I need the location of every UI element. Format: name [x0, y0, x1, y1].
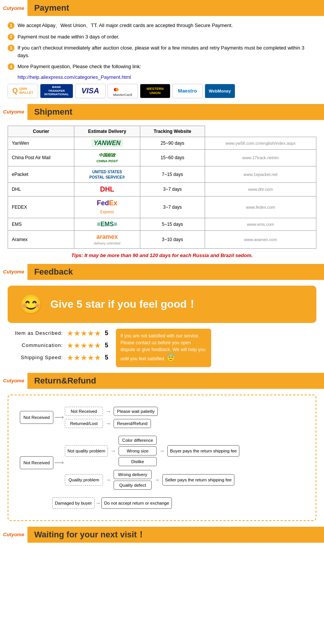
payment-methods: Q QIWIWALLET BANKTRANSFERINTERNATIONAL V…	[8, 84, 316, 98]
dhl-logo: DHL	[100, 185, 114, 193]
flow-dislike: Dislike	[119, 457, 157, 466]
maestro-label: Maestro	[178, 88, 197, 94]
courier-name-fedex: FEDEX	[8, 196, 74, 218]
courier-delivery-yanwen: 25~90 days	[140, 137, 205, 149]
flow-group-1: Not Received ⟶ Not Received → Please wai…	[20, 407, 304, 428]
courier-name-dhl: DHL	[8, 182, 74, 196]
feedback-section: Cutyome Feedback 😊 Give 5 star if you fe…	[0, 264, 324, 373]
courier-delivery-epacket: 7~15 days	[140, 166, 205, 182]
flow-not-quality-label: Not quality problem	[65, 445, 108, 457]
arrow-nq-result: →	[159, 448, 165, 454]
qiwi-icon: Q	[12, 87, 18, 95]
flow-resend-refund: Resend/Refund	[114, 419, 151, 428]
payment-mastercard: ●● MasterCard	[107, 84, 138, 98]
refund-title: Return&Refund	[29, 376, 96, 386]
payment-link[interactable]: http://help.aliexpress.com/categories_Pa…	[18, 74, 316, 80]
arrow-1: ⟶	[54, 413, 64, 422]
courier-name-epacket: ePacket	[8, 166, 74, 182]
courier-logo-ems: ≡EMS≡	[74, 218, 140, 230]
courier-tracking-aramex: www.aramex.com	[205, 230, 316, 248]
payment-point-1: 1 We accept Alipay、West Union、TT. All ma…	[8, 22, 316, 29]
shipment-tips: Tips: It may be more than 90 and 120 day…	[8, 252, 316, 258]
arrow-2: ⟶	[54, 459, 64, 467]
courier-name-aramex: Aramex	[8, 230, 74, 248]
waiting-section: Cutyome Waiting for your next visit！	[0, 527, 324, 554]
arrow-q: →	[106, 477, 111, 483]
flow-group-3: Damaged by buyer → Do not accept return …	[58, 497, 304, 509]
rating-stars-1: ★★★★★	[67, 329, 101, 338]
rating-label-3: Shipping Speed:	[8, 355, 63, 360]
feedback-content: 😊 Give 5 star if you feel good！ Item as …	[0, 280, 324, 373]
courier-tracking-chinapost: www.17track.net/en	[205, 149, 316, 166]
mastercard-label: ●● MasterCard	[113, 85, 132, 97]
payment-section: Cutyome Payment 1 We accept Alipay、West …	[0, 0, 324, 104]
courier-logo-fedex: FedExExpress	[74, 196, 140, 218]
courier-logo-chinapost: 中国邮政CHINA POST	[74, 149, 140, 166]
courier-delivery-chinapost: 15~60 days	[140, 149, 205, 166]
payment-header: Cutyome Payment	[0, 0, 324, 16]
rating-row-1: Item as Described: ★★★★★ 5	[8, 329, 108, 338]
arrow-nq: →	[111, 448, 116, 454]
flow-branch-1: Not Received → Please wait patietly Retu…	[65, 407, 158, 428]
flow-color-diff: Color difference	[119, 436, 157, 445]
feedback-title: Feedback	[29, 267, 73, 277]
western-union-label: WESTERNUNION	[146, 87, 164, 95]
waiting-title: Waiting for your next visit！	[29, 529, 145, 540]
flow-seller-pays: Seller pays the return shipping fee	[162, 474, 234, 486]
shipment-content: Courier Estimate Delivery Tracking Websi…	[0, 120, 324, 264]
point-num-3: 3	[8, 45, 14, 51]
flow-quality-defect: Quality defect	[114, 481, 152, 490]
arrow-branch-1-bot: →	[106, 420, 111, 427]
flow-wrong-size: Wrong size	[119, 446, 157, 455]
flow-returned-lost-label: Returned/Lost	[65, 419, 103, 428]
courier-delivery-fedex: 3~7 days	[140, 196, 205, 218]
courier-delivery-aramex: 3~10 days	[140, 230, 205, 248]
shipment-table: Courier Estimate Delivery Tracking Websi…	[8, 126, 316, 249]
col-tracking: Tracking Website	[140, 126, 205, 137]
shipment-header: Cutyome Shipment	[0, 104, 324, 120]
waiting-content	[0, 543, 324, 554]
brand-tag-refund: Cutyome	[0, 373, 29, 389]
rating-label-2: Communication:	[8, 342, 63, 348]
flow-no-return: Do not accept return or exchange	[101, 497, 172, 509]
payment-text-1: We accept Alipay、West Union、TT. All majo…	[18, 22, 233, 29]
flow-quality-label: Quality problem	[65, 474, 103, 486]
qiwi-label: QIWIWALLET	[19, 87, 34, 95]
flow-not-received-label: Not Received	[65, 407, 103, 416]
rating-stars-3: ★★★★★	[67, 353, 101, 362]
rating-label-1: Item as Described:	[8, 330, 63, 336]
yanwen-logo: YANWEN	[91, 139, 123, 147]
point-num-1: 1	[8, 22, 14, 29]
courier-logo-aramex: aramexdelivery unlimited	[74, 230, 140, 248]
refund-header: Cutyome Return&Refund	[0, 373, 324, 389]
arrow-q-result: →	[154, 477, 160, 483]
payment-point-2: 2 Payment must be made within 3 days of …	[8, 33, 316, 41]
payment-content: 1 We accept Alipay、West Union、TT. All ma…	[0, 16, 324, 104]
table-row: YanWen YANWEN 25~90 days www.yw56.com.cn…	[8, 137, 316, 149]
shipment-section: Cutyome Shipment Courier Estimate Delive…	[0, 104, 324, 264]
payment-western-union: WESTERNUNION	[140, 84, 170, 98]
brand-name-waiting: Cutyome	[3, 532, 24, 537]
courier-logo-yanwen: YANWEN	[74, 137, 140, 149]
waiting-header: Cutyome Waiting for your next visit！	[0, 527, 324, 543]
brand-tag-payment: Cutyome	[0, 0, 29, 16]
flow-please-wait: Please wait patietly	[114, 407, 158, 416]
courier-tracking-yanwen: www.yw56.com.cn/english/index.aspx	[205, 137, 316, 149]
flow-branch-2: Not quality problem → Color difference W…	[65, 436, 239, 490]
courier-logo-epacket: UNITED STATESPOSTAL SERVICE®	[74, 166, 140, 182]
flow-main-not-received-2: Not Received	[20, 456, 53, 469]
flow-buyer-pays: Buyer pays the return shipping fee	[167, 445, 239, 457]
brand-name-payment: Cutyome	[3, 5, 24, 11]
table-row: FEDEX FedExExpress 3~7 days www.fedex.co…	[8, 196, 316, 218]
brand-name-refund: Cutyome	[3, 378, 24, 384]
table-row: DHL DHL 3~7 days www.dhl.com	[8, 182, 316, 196]
table-row: Aramex aramexdelivery unlimited 3~10 day…	[8, 230, 316, 248]
refund-content: Not Received ⟶ Not Received → Please wai…	[0, 389, 324, 527]
point-num-2: 2	[8, 34, 14, 40]
table-row: ePacket UNITED STATESPOSTAL SERVICE® 7~1…	[8, 166, 316, 182]
point-num-4: 4	[8, 63, 14, 70]
flow-main-not-received-1: Not Received	[20, 411, 53, 424]
flow-not-quality-sub: Color difference Wrong size Dislike	[119, 436, 157, 466]
courier-tracking-ems: www.ems.com	[205, 218, 316, 230]
rating-stars-2: ★★★★★	[67, 341, 101, 350]
